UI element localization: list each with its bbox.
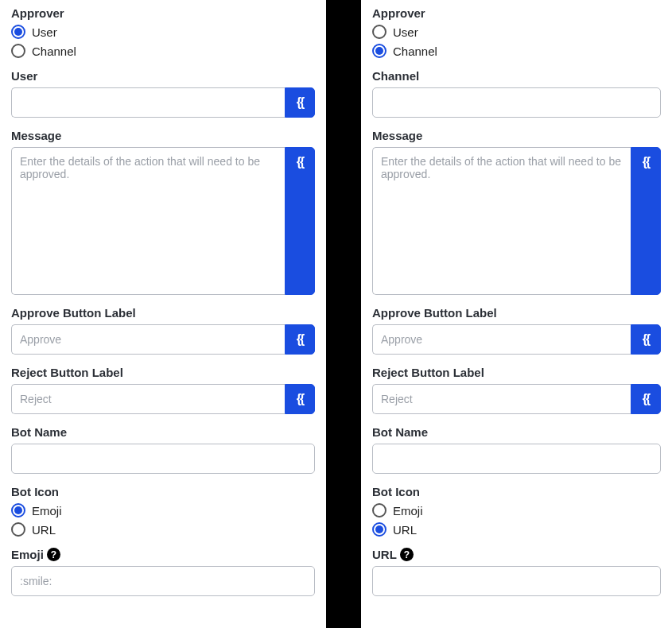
radio-icon <box>372 503 386 518</box>
approver-option-user[interactable]: User <box>11 25 315 39</box>
radio-label: Channel <box>393 45 437 58</box>
approver-target-label: Channel <box>372 69 661 83</box>
reject-button-label-heading: Reject Button Label <box>11 366 315 379</box>
radio-label: User <box>393 25 418 39</box>
channel-input[interactable] <box>372 87 661 118</box>
bot-name-input[interactable] <box>372 444 661 474</box>
radio-icon <box>11 44 25 58</box>
bot-icon-label: Bot Icon <box>372 485 661 498</box>
radio-icon <box>372 522 386 537</box>
merge-tag-button[interactable]: {{ <box>285 147 315 295</box>
merge-tag-button[interactable]: {{ <box>631 147 661 295</box>
radio-icon <box>372 44 386 58</box>
approve-label-input[interactable] <box>372 324 631 355</box>
bot-icon-label: Bot Icon <box>11 485 315 498</box>
help-icon[interactable]: ? <box>400 548 414 561</box>
user-input[interactable] <box>11 87 285 118</box>
right-panel: Approver User Channel Channel Message {{ <box>361 0 672 628</box>
message-label: Message <box>372 129 661 142</box>
bot-icon-target-label-text: Emoji <box>11 548 44 561</box>
approver-option-channel[interactable]: Channel <box>11 44 315 58</box>
url-input[interactable] <box>372 566 661 596</box>
bot-icon-target-label: Emoji ? <box>11 548 315 561</box>
approver-target-label: User <box>11 69 315 83</box>
radio-label: URL <box>32 523 56 537</box>
approver-label: Approver <box>372 6 661 20</box>
merge-tag-button[interactable]: {{ <box>631 324 661 355</box>
approve-button-label-heading: Approve Button Label <box>372 306 661 320</box>
bot-icon-target-label: URL ? <box>372 548 661 561</box>
bot-icon-option-url[interactable]: URL <box>372 522 661 537</box>
help-icon[interactable]: ? <box>47 548 60 561</box>
approver-option-channel[interactable]: Channel <box>372 44 661 58</box>
radio-icon <box>372 25 386 39</box>
approver-label: Approver <box>11 6 315 20</box>
radio-label: Emoji <box>32 504 62 518</box>
reject-label-input[interactable] <box>11 384 285 414</box>
approve-label-input[interactable] <box>11 324 285 355</box>
bot-icon-option-emoji[interactable]: Emoji <box>11 503 315 518</box>
merge-tag-button[interactable]: {{ <box>285 324 315 355</box>
radio-icon <box>11 522 25 537</box>
bot-name-label: Bot Name <box>372 425 661 439</box>
radio-label: URL <box>393 523 417 537</box>
panel-divider <box>326 0 361 628</box>
radio-icon <box>11 25 25 39</box>
radio-label: Channel <box>32 45 76 58</box>
approve-button-label-heading: Approve Button Label <box>11 306 315 320</box>
radio-label: User <box>32 25 57 39</box>
reject-button-label-heading: Reject Button Label <box>372 366 661 379</box>
reject-label-input[interactable] <box>372 384 631 414</box>
bot-name-label: Bot Name <box>11 425 315 439</box>
bot-icon-option-url[interactable]: URL <box>11 522 315 537</box>
message-textarea[interactable] <box>372 147 631 295</box>
merge-tag-button[interactable]: {{ <box>285 87 315 118</box>
left-panel: Approver User Channel User {{ Message {{ <box>0 0 326 628</box>
emoji-input[interactable] <box>11 566 315 596</box>
radio-icon <box>11 503 25 518</box>
message-textarea[interactable] <box>11 147 285 295</box>
bot-icon-option-emoji[interactable]: Emoji <box>372 503 661 518</box>
bot-icon-target-label-text: URL <box>372 548 397 561</box>
message-label: Message <box>11 129 315 142</box>
merge-tag-button[interactable]: {{ <box>631 384 661 414</box>
approver-option-user[interactable]: User <box>372 25 661 39</box>
merge-tag-button[interactable]: {{ <box>285 384 315 414</box>
bot-name-input[interactable] <box>11 444 315 474</box>
radio-label: Emoji <box>393 504 423 518</box>
